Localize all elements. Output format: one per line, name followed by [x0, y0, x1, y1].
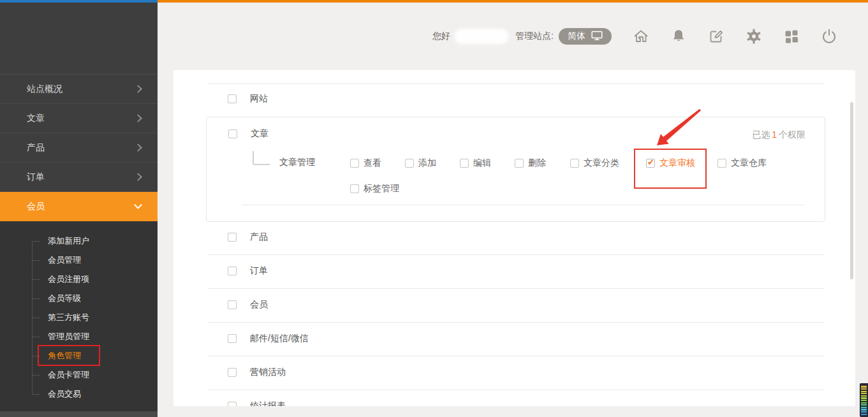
- checkbox-products[interactable]: [228, 233, 237, 242]
- perm-row-statistics: 统计报表: [228, 400, 286, 406]
- checkbox-tag-manage[interactable]: [350, 184, 359, 193]
- submenu-item-member-trade[interactable]: 会员交易: [0, 384, 158, 404]
- notifications-button[interactable]: [670, 28, 687, 45]
- perm-row-label: 邮件/短信/微信: [250, 333, 309, 344]
- checkbox-statistics[interactable]: [228, 402, 237, 406]
- monitor-icon: [591, 31, 603, 43]
- language-label: 简体: [568, 31, 585, 42]
- chevron-down-icon: [134, 201, 142, 209]
- red-annotation-box: [38, 345, 100, 366]
- logout-button[interactable]: [821, 28, 837, 45]
- perm-item-label: 文章仓库: [731, 157, 767, 169]
- checkbox-members[interactable]: [228, 300, 237, 309]
- submenu-item-thirdparty-account[interactable]: 第三方账号: [0, 308, 158, 327]
- top-header: 您好 管理站点: 简体: [158, 3, 868, 70]
- perm-row-messaging: 邮件/短信/微信: [228, 332, 309, 345]
- submenu-label: 管理员管理: [48, 331, 89, 342]
- checkbox-article[interactable]: [228, 129, 237, 138]
- row-divider: [207, 288, 824, 289]
- perm-item-add: 添加: [405, 157, 436, 170]
- checkbox-marketing[interactable]: [228, 368, 237, 377]
- submenu-item-admin-manage[interactable]: 管理员管理: [0, 327, 158, 346]
- gear-icon: [746, 28, 762, 45]
- sidebar-item-label: 产品: [27, 142, 135, 154]
- selected-suffix: 个权限: [779, 129, 805, 140]
- sidebar-item-site-overview[interactable]: 站点概况: [0, 75, 158, 104]
- perm-item-delete: 删除: [515, 157, 546, 170]
- row-divider: [207, 390, 824, 390]
- checkbox-article-warehouse[interactable]: [717, 159, 726, 168]
- perm-row-orders: 订单: [228, 265, 268, 277]
- submenu-label: 添加新用户: [48, 235, 89, 247]
- perm-row-article: 文章: [228, 128, 268, 140]
- vertical-scrollbar-thumb[interactable]: [850, 102, 853, 279]
- checkbox-delete[interactable]: [515, 159, 524, 168]
- level-meter-stripes: [861, 385, 867, 415]
- sidebar-item-products[interactable]: 产品: [0, 133, 158, 163]
- home-icon: [633, 28, 649, 45]
- checkbox-article-category[interactable]: [570, 159, 579, 168]
- perm-item-label: 查看: [364, 157, 381, 169]
- perm-row-label: 统计报表: [250, 400, 286, 406]
- checkbox-messaging[interactable]: [228, 334, 237, 343]
- apps-grid-icon: [783, 28, 800, 45]
- sidebar-bottom-strip: [0, 411, 158, 417]
- sidebar-item-orders[interactable]: 订单: [0, 163, 158, 192]
- checkbox-website[interactable]: [228, 94, 237, 103]
- perm-item-article-category: 文章分类: [570, 157, 619, 170]
- perm-row-label: 会员: [250, 299, 268, 311]
- bell-icon: [670, 28, 687, 45]
- settings-button[interactable]: [746, 28, 762, 45]
- row-divider: [207, 322, 824, 323]
- chevron-right-icon: [134, 143, 142, 152]
- edit-button[interactable]: [708, 28, 725, 45]
- submenu-item-member-card[interactable]: 会员卡管理: [0, 365, 158, 384]
- permissions-panel: 网站 文章 已选1个权限 文章管理 查看 添加 编辑 删除 文章分: [173, 70, 855, 406]
- submenu-item-member-register[interactable]: 会员注册项: [0, 270, 158, 289]
- corner-level-meter-widget: [860, 383, 868, 417]
- sidebar-item-label: 文章: [27, 113, 135, 124]
- perm-item-tag-manage: 标签管理: [350, 182, 399, 195]
- sidebar-submenu-members: 添加新用户 会员管理 会员注册项 会员等级 第三方账号 管理员管理 角色管理 会…: [0, 221, 158, 411]
- manage-site-label: 管理站点:: [515, 31, 554, 42]
- perm-row-label: 产品: [250, 231, 268, 243]
- submenu-item-role-manage[interactable]: 角色管理: [0, 346, 158, 365]
- row-divider: [207, 356, 824, 356]
- checkbox-add[interactable]: [405, 159, 414, 168]
- sidebar-logo-area: [0, 3, 158, 75]
- sidebar-item-members[interactable]: 会员: [0, 192, 158, 221]
- perm-row-label: 网站: [250, 93, 268, 105]
- perm-row-members: 会员: [228, 298, 268, 311]
- checkbox-edit[interactable]: [460, 159, 469, 168]
- perm-item-label: 添加: [418, 157, 436, 169]
- home-button[interactable]: [633, 28, 649, 45]
- submenu-label: 会员等级: [48, 293, 81, 304]
- checkbox-view[interactable]: [350, 159, 359, 168]
- perm-item-label: 文章分类: [584, 157, 619, 169]
- perm-row-label: 订单: [250, 265, 268, 277]
- tree-connector: [253, 151, 270, 165]
- perm-row-products: 产品: [228, 231, 268, 244]
- submenu-item-add-user[interactable]: 添加新用户: [0, 231, 158, 251]
- sidebar-item-label: 站点概况: [27, 84, 135, 95]
- perm-row-website: 网站: [228, 92, 268, 105]
- submenu-label: 会员注册项: [48, 274, 89, 285]
- apps-button[interactable]: [783, 28, 800, 45]
- chevron-right-icon: [134, 114, 142, 122]
- chevron-right-icon: [134, 173, 142, 181]
- perm-row-marketing: 营销活动: [228, 366, 286, 379]
- sidebar-item-articles[interactable]: 文章: [0, 104, 158, 133]
- submenu-label: 第三方账号: [48, 312, 89, 323]
- submenu-item-member-level[interactable]: 会员等级: [0, 289, 158, 308]
- perm-item-view: 查看: [350, 157, 381, 170]
- perm-item-label: 标签管理: [364, 183, 399, 194]
- perm-row-label: 文章: [251, 128, 268, 140]
- submenu-item-member-manage[interactable]: 会员管理: [0, 251, 158, 270]
- language-site-button[interactable]: 简体: [559, 28, 612, 45]
- checkbox-orders[interactable]: [228, 267, 237, 275]
- submenu-label: 会员管理: [48, 254, 81, 266]
- inner-divider: [242, 205, 804, 205]
- chevron-right-icon: [134, 85, 142, 93]
- submenu-label: 会员卡管理: [48, 369, 89, 381]
- red-annotation-box: [634, 149, 707, 189]
